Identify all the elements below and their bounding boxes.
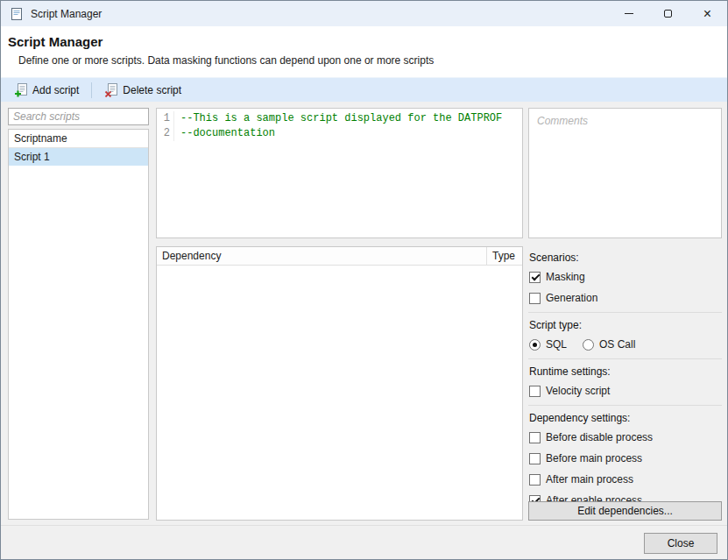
close-window-button[interactable]: ×: [688, 1, 727, 26]
minimize-button[interactable]: [609, 1, 648, 26]
os-call-radio[interactable]: [583, 339, 594, 351]
before-disable-checkbox[interactable]: [529, 432, 541, 443]
page-subtitle: Define one or more scripts. Data masking…: [18, 54, 727, 67]
line-number: 1: [157, 111, 174, 126]
generation-label: Generation: [546, 292, 597, 304]
toolbar: Add script Delete script: [1, 77, 727, 102]
delete-script-label: Delete script: [123, 84, 181, 96]
app-script-icon: [10, 7, 24, 21]
dependency-table-body: [157, 266, 522, 520]
script-list-header: Scriptname: [9, 130, 148, 148]
before-main-checkbox[interactable]: [529, 453, 541, 464]
maximize-button[interactable]: [648, 1, 688, 26]
after-main-checkbox[interactable]: [529, 474, 541, 486]
add-script-button[interactable]: Add script: [6, 80, 87, 101]
os-call-label: OS Call: [599, 338, 635, 351]
delete-script-button[interactable]: Delete script: [96, 80, 189, 101]
section-divider: [528, 405, 722, 406]
close-button[interactable]: Close: [644, 533, 717, 554]
script-manager-window: Script Manager × Script Manager Define o…: [0, 0, 728, 560]
close-icon: ×: [703, 7, 711, 21]
scenarios-label: Scenarios:: [529, 252, 722, 264]
script-code-editor[interactable]: 1 --This is a sample script displayed fo…: [156, 108, 523, 238]
before-disable-label: Before disable process: [546, 431, 653, 443]
window-controls: ×: [609, 1, 727, 26]
main-area: Scriptname Script 1 1 --This is a sample…: [1, 102, 727, 559]
settings-panel: Scenarios: Masking Generation Script typ…: [528, 246, 722, 521]
before-disable-checkbox-row[interactable]: Before disable process: [529, 430, 722, 444]
page-title: Script Manager: [8, 34, 727, 49]
script-list-item[interactable]: Script 1: [9, 148, 148, 166]
masking-label: Masking: [546, 271, 585, 283]
section-divider: [528, 312, 722, 313]
velocity-checkbox-row[interactable]: Velocity script: [529, 384, 722, 398]
velocity-checkbox[interactable]: [529, 386, 541, 397]
generation-checkbox-row[interactable]: Generation: [529, 291, 722, 305]
add-script-icon: [14, 83, 28, 97]
type-column-header[interactable]: Type: [487, 247, 522, 265]
masking-checkbox[interactable]: [529, 272, 541, 283]
after-main-label: After main process: [546, 473, 633, 486]
add-script-label: Add script: [32, 84, 79, 96]
minimize-icon: [625, 13, 633, 14]
section-divider: [528, 358, 722, 359]
script-type-label: Script type:: [529, 319, 722, 331]
footer-bar: Close: [1, 525, 727, 559]
os-call-radio-row[interactable]: OS Call: [583, 337, 635, 351]
script-name: Script 1: [14, 151, 50, 163]
script-type-radio-group: SQL OS Call: [529, 337, 722, 351]
code-line: 2 --documentation: [157, 126, 522, 141]
dependency-column-header[interactable]: Dependency: [157, 247, 487, 265]
before-main-checkbox-row[interactable]: Before main process: [529, 451, 722, 465]
generation-checkbox[interactable]: [529, 293, 541, 304]
dependency-table-header: Dependency Type: [157, 247, 522, 266]
before-main-label: Before main process: [546, 452, 642, 464]
delete-script-icon: [104, 83, 118, 97]
code-line: 1 --This is a sample script displayed fo…: [157, 111, 522, 126]
sql-label: SQL: [546, 338, 567, 351]
code-text: --This is a sample script displayed for …: [174, 111, 502, 126]
runtime-settings-label: Runtime settings:: [529, 365, 722, 378]
maximize-icon: [664, 10, 672, 18]
line-number: 2: [157, 126, 174, 141]
toolbar-separator: [91, 82, 92, 98]
after-main-checkbox-row[interactable]: After main process: [529, 472, 722, 486]
sql-radio-row[interactable]: SQL: [529, 337, 567, 351]
velocity-label: Velocity script: [546, 385, 610, 397]
dependency-settings-label: Dependency settings:: [529, 412, 722, 424]
titlebar: Script Manager ×: [1, 1, 727, 26]
code-text: --documentation: [174, 126, 275, 141]
page-header: Script Manager Define one or more script…: [1, 26, 727, 77]
masking-checkbox-row[interactable]: Masking: [529, 270, 722, 284]
script-list: Scriptname Script 1: [8, 129, 149, 520]
window-title: Script Manager: [31, 8, 102, 20]
search-scripts-input[interactable]: [8, 108, 149, 125]
comments-input[interactable]: [528, 108, 722, 238]
sql-radio[interactable]: [529, 339, 541, 351]
edit-dependencies-button[interactable]: Edit dependencies...: [528, 501, 722, 521]
dependency-table: Dependency Type: [156, 246, 523, 521]
